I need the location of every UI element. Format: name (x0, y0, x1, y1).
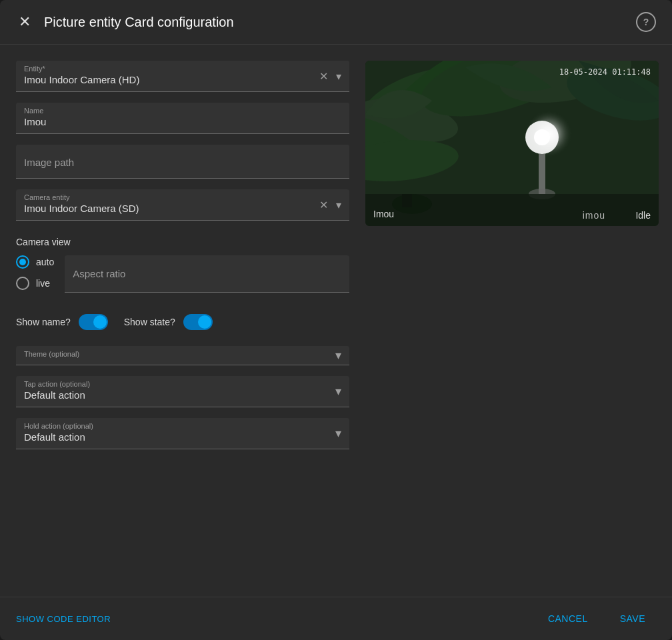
entity-field-actions: ✕ ▾ (318, 69, 343, 84)
aspect-ratio-placeholder: Aspect ratio (73, 268, 125, 279)
show-state-toggle[interactable] (183, 314, 213, 330)
entity-field-label: Entity* (24, 65, 45, 73)
tap-action-label: Tap action (optional) (24, 380, 90, 388)
entity-dropdown-button[interactable]: ▾ (335, 69, 343, 84)
left-panel: Entity* Imou Indoor Camera (HD) ✕ ▾ Name… (16, 61, 349, 581)
camera-view-title: Camera view (16, 237, 349, 247)
svg-rect-16 (402, 194, 412, 207)
hold-action-field[interactable]: Hold action (optional) Default action ▾ (16, 418, 349, 449)
dialog-container: ✕ Picture entity Card configuration ? En… (0, 0, 672, 640)
entity-field-value: Imou Indoor Camera (HD) (24, 74, 139, 85)
show-state-thumb (198, 315, 211, 329)
dialog-body: Entity* Imou Indoor Camera (HD) ✕ ▾ Name… (0, 45, 672, 597)
camera-view-radio-group: auto live (16, 255, 54, 290)
radio-auto-circle (16, 255, 29, 269)
aspect-ratio-field[interactable]: Aspect ratio (65, 255, 349, 293)
tap-action-field[interactable]: Tap action (optional) Default action ▾ (16, 376, 349, 407)
show-code-editor-button[interactable]: SHOW CODE EDITOR (16, 614, 111, 624)
theme-field-label: Theme (optional) (24, 350, 79, 358)
radio-live-label: live (36, 278, 50, 289)
camera-image: 18-05-2024 01:11:48 Imou imou Idle (365, 61, 659, 226)
theme-field[interactable]: Theme (optional) ▾ (16, 346, 349, 365)
radio-item-auto[interactable]: auto (16, 255, 54, 269)
show-name-thumb (93, 315, 107, 329)
camera-entity-actions: ✕ ▾ (318, 197, 343, 213)
save-button[interactable]: SAVE (609, 608, 656, 629)
tap-action-dropdown-arrow-icon: ▾ (335, 384, 341, 399)
radio-auto-label: auto (36, 257, 54, 267)
camera-preview: 18-05-2024 01:11:48 Imou imou Idle (365, 61, 659, 226)
name-field-value: Imou (24, 116, 46, 127)
theme-dropdown-arrow-icon: ▾ (335, 348, 341, 363)
radio-item-live[interactable]: live (16, 277, 54, 290)
cam-label-bottom: Imou (373, 209, 394, 219)
show-name-track (79, 314, 108, 330)
cam-status: Idle (635, 210, 651, 221)
image-path-input[interactable] (24, 154, 341, 168)
dialog-footer: SHOW CODE EDITOR CANCEL SAVE (0, 597, 672, 640)
right-panel: 18-05-2024 01:11:48 Imou imou Idle (365, 61, 659, 581)
show-state-track (183, 314, 213, 330)
radio-live-circle (16, 277, 29, 290)
name-field: Name Imou (16, 103, 349, 134)
camera-entity-clear-button[interactable]: ✕ (318, 197, 329, 213)
show-state-label: Show state? (124, 317, 175, 327)
name-field-label: Name (24, 107, 43, 115)
dialog-header: ✕ Picture entity Card configuration ? (0, 0, 672, 45)
show-name-label: Show name? (16, 317, 71, 327)
camera-entity-dropdown-button[interactable]: ▾ (335, 197, 343, 213)
dialog-title: Picture entity Card configuration (44, 15, 234, 30)
image-path-field[interactable] (16, 145, 349, 179)
hold-action-value: Default action (24, 431, 85, 443)
entity-field: Entity* Imou Indoor Camera (HD) ✕ ▾ (16, 61, 349, 92)
svg-rect-12 (539, 154, 545, 194)
header-left: ✕ Picture entity Card configuration (16, 12, 234, 32)
hold-action-dropdown-arrow-icon: ▾ (335, 426, 341, 441)
entity-clear-button[interactable]: ✕ (318, 69, 329, 84)
toggles-row: Show name? Show state? (16, 314, 349, 330)
camera-entity-value: Imou Indoor Camera (SD) (24, 203, 139, 214)
camera-entity-label: Camera entity (24, 193, 69, 201)
close-button[interactable]: ✕ (16, 12, 33, 32)
camera-view-section: Camera view auto live Aspect ratio (16, 237, 349, 293)
cancel-button[interactable]: CANCEL (537, 608, 599, 629)
footer-right: CANCEL SAVE (537, 608, 656, 629)
svg-point-11 (534, 129, 550, 145)
show-name-toggle-item: Show name? (16, 314, 108, 330)
camera-view-row: auto live Aspect ratio (16, 255, 349, 293)
hold-action-label: Hold action (optional) (24, 422, 93, 430)
tap-action-value: Default action (24, 389, 85, 401)
help-button[interactable]: ? (636, 12, 656, 32)
cam-brand: imou (583, 210, 605, 221)
show-name-toggle[interactable] (79, 314, 108, 330)
cam-timestamp: 18-05-2024 01:11:48 (559, 67, 651, 77)
show-state-toggle-item: Show state? (124, 314, 213, 330)
camera-entity-field: Camera entity Imou Indoor Camera (SD) ✕ … (16, 189, 349, 221)
